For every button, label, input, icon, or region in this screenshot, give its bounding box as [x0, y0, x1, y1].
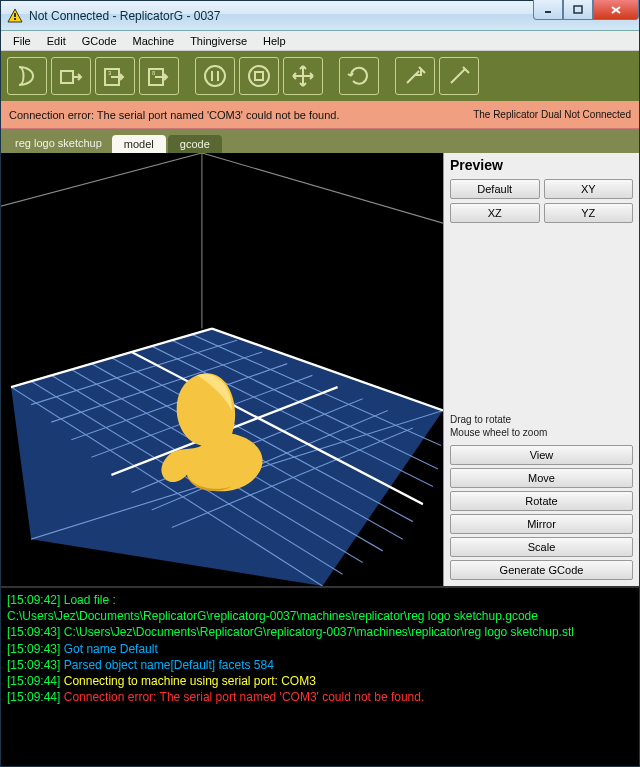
tool-new-icon[interactable] — [7, 57, 47, 95]
move-button[interactable]: Move — [450, 468, 633, 488]
tool-disconnect-icon[interactable] — [439, 57, 479, 95]
generate-gcode-button[interactable]: Generate GCode — [450, 560, 633, 580]
tool-import-icon[interactable]: 3 — [95, 57, 135, 95]
hint-rotate: Drag to rotate — [450, 413, 633, 426]
menu-thingiverse[interactable]: Thingiverse — [182, 33, 255, 49]
maximize-button[interactable] — [563, 0, 593, 20]
menu-bar: File Edit GCode Machine Thingiverse Help — [1, 31, 639, 51]
tool-pause-icon[interactable] — [195, 57, 235, 95]
minimize-button[interactable] — [533, 0, 563, 20]
window-title: Not Connected - ReplicatorG - 0037 — [29, 9, 533, 23]
view-button[interactable]: View — [450, 445, 633, 465]
tool-refresh-icon[interactable] — [339, 57, 379, 95]
preview-title: Preview — [444, 153, 639, 177]
svg-text:8: 8 — [152, 70, 156, 76]
hint-zoom: Mouse wheel to zoom — [450, 426, 633, 439]
tab-bar: reg logo sketchup model gcode — [1, 129, 639, 153]
3d-viewport[interactable] — [1, 153, 443, 586]
tool-connect-icon[interactable] — [395, 57, 435, 95]
svg-point-12 — [205, 66, 225, 86]
preview-panel: Preview Default XY XZ YZ Drag to rotate … — [443, 153, 639, 586]
tool-open-icon[interactable] — [51, 57, 91, 95]
menu-file[interactable]: File — [5, 33, 39, 49]
tool-export-icon[interactable]: 8 — [139, 57, 179, 95]
rotate-button[interactable]: Rotate — [450, 491, 633, 511]
svg-rect-1 — [14, 13, 16, 17]
tab-gcode[interactable]: gcode — [168, 135, 222, 153]
tool-stop-icon[interactable] — [239, 57, 279, 95]
error-message: Connection error: The serial port named … — [9, 109, 473, 121]
close-button[interactable] — [593, 0, 639, 20]
menu-gcode[interactable]: GCode — [74, 33, 125, 49]
svg-rect-16 — [255, 72, 263, 80]
app-icon — [7, 8, 23, 24]
toolbar: 3 8 — [1, 51, 639, 101]
preview-xy-button[interactable]: XY — [544, 179, 634, 199]
window-buttons — [533, 0, 639, 20]
menu-edit[interactable]: Edit — [39, 33, 74, 49]
title-bar[interactable]: Not Connected - ReplicatorG - 0037 — [1, 1, 639, 31]
3d-scene — [1, 153, 443, 586]
log-console[interactable]: [15:09:42] Load file :C:\Users\Jez\Docum… — [1, 586, 639, 766]
tool-move-icon[interactable] — [283, 57, 323, 95]
menu-machine[interactable]: Machine — [125, 33, 183, 49]
error-bar: Connection error: The serial port named … — [1, 101, 639, 129]
svg-rect-7 — [61, 71, 73, 83]
preview-hints: Drag to rotate Mouse wheel to zoom — [444, 411, 639, 441]
app-window: Not Connected - ReplicatorG - 0037 File … — [0, 0, 640, 767]
tab-model[interactable]: model — [112, 135, 166, 153]
project-name: reg logo sketchup — [5, 133, 112, 153]
svg-text:3: 3 — [108, 70, 112, 76]
svg-rect-4 — [574, 6, 582, 13]
preview-default-button[interactable]: Default — [450, 179, 540, 199]
svg-point-15 — [249, 66, 269, 86]
svg-rect-2 — [14, 18, 16, 20]
menu-help[interactable]: Help — [255, 33, 294, 49]
content-area: Preview Default XY XZ YZ Drag to rotate … — [1, 153, 639, 586]
preview-yz-button[interactable]: YZ — [544, 203, 634, 223]
preview-xz-button[interactable]: XZ — [450, 203, 540, 223]
scale-button[interactable]: Scale — [450, 537, 633, 557]
error-status: The Replicator Dual Not Connected — [473, 109, 631, 120]
mirror-button[interactable]: Mirror — [450, 514, 633, 534]
